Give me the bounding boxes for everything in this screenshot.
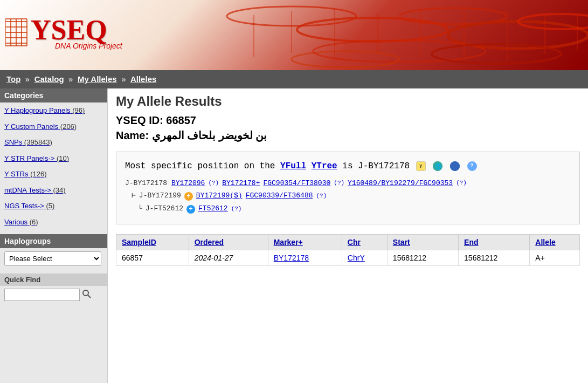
- sidebar-item-y-strs[interactable]: Y STRs (126): [0, 166, 107, 182]
- main-content: My Allele Results YSEQ ID: 66857 Name: ب…: [108, 88, 588, 383]
- sidebar-link-ngs[interactable]: NGS Tests->: [4, 202, 44, 210]
- tree-id-1: J-BY172178: [125, 178, 168, 189]
- sidebar-item-snps[interactable]: SNPs (395843): [0, 134, 107, 151]
- tree-q-ft52612[interactable]: (?): [231, 204, 242, 214]
- cell-allele: A+: [530, 250, 580, 265]
- tree-q-fgc90354[interactable]: (?): [334, 179, 344, 188]
- svg-point-13: [297, 18, 448, 42]
- tree-q-y160489[interactable]: (?): [456, 179, 467, 188]
- search-button[interactable]: [82, 289, 92, 301]
- sidebar-link-mtdna[interactable]: mtDNA Tests->: [4, 186, 51, 194]
- sidebar-item-ngs[interactable]: NGS Tests-> (5): [0, 198, 107, 214]
- results-table: SampleID Ordered Marker+ Chr Start End A…: [116, 234, 580, 266]
- tree-link-y160489[interactable]: Y160489/BY192279/FGC90353: [348, 178, 453, 189]
- svg-point-29: [83, 290, 88, 296]
- tree-branch-3: └: [138, 203, 142, 215]
- col-header-end[interactable]: End: [459, 234, 530, 250]
- quick-find-input[interactable]: [4, 289, 80, 301]
- tree-link-fgc90339[interactable]: FGC90339/FT36488: [246, 190, 313, 202]
- sidebar-link-y-strs[interactable]: Y STRs: [4, 170, 29, 178]
- quick-find-title: Quick Find: [0, 273, 107, 286]
- y-badge-icon: Y: [416, 161, 426, 171]
- sidebar-item-y-custom-panels[interactable]: Y Custom Panels (206): [0, 119, 107, 135]
- breadcrumb-top[interactable]: Top: [6, 74, 20, 84]
- categories-title: Categories: [0, 88, 107, 102]
- quick-find-row: [0, 286, 107, 304]
- chr-link[interactable]: ChrY: [348, 254, 365, 262]
- cell-end: 15681212: [459, 250, 530, 265]
- search-icon: [82, 289, 92, 299]
- breadcrumb-my-alleles[interactable]: My Alleles: [78, 74, 117, 84]
- breadcrumb-sep1: »: [25, 74, 30, 84]
- col-header-ordered[interactable]: Ordered: [189, 234, 268, 250]
- table-header-row: SampleID Ordered Marker+ Chr Start End A…: [116, 234, 580, 250]
- dna-svg: [184, 0, 588, 70]
- col-header-sampleid[interactable]: SampleID: [116, 234, 189, 250]
- main-layout: Categories Y Haplogroup Panels (96) Y Cu…: [0, 88, 588, 383]
- haplogroup-select[interactable]: Please Select: [4, 251, 101, 266]
- sidebar-link-y-str-panels[interactable]: Y STR Panels->: [4, 154, 54, 162]
- site-header: YSEQ DNA Origins Project: [0, 0, 588, 70]
- haplo-is: is J-BY172178: [342, 161, 414, 171]
- table-row: 66857 2024-01-27 BY172178 ChrY 15681212 …: [116, 250, 580, 265]
- yseq-id-line: YSEQ ID: 66857: [116, 114, 580, 127]
- globe-badge-icon: [450, 161, 460, 171]
- tree-link-by172199[interactable]: BY172199($): [196, 190, 243, 202]
- tree-q-fgc90339[interactable]: (?): [316, 191, 327, 201]
- sidebar-link-y-custom-panels[interactable]: Y Custom Panels: [4, 122, 58, 131]
- sidebar-link-y-haplogroup-panels[interactable]: Y Haplogroup Panels: [4, 106, 71, 114]
- svg-line-30: [88, 295, 91, 298]
- col-header-start[interactable]: Start: [387, 234, 458, 250]
- svg-text:🌐: 🌐: [435, 163, 442, 170]
- tree-badge-icon: 🌐: [433, 161, 442, 171]
- haplo-tree: J-BY172178 BY172096(?) BY172178+ FGC9035…: [125, 178, 571, 215]
- name-value: بن لخويضر بلحاف المهري: [152, 129, 267, 141]
- tree-row-1: J-BY172178 BY172096(?) BY172178+ FGC9035…: [125, 178, 571, 189]
- expand-ft52612-button[interactable]: +: [186, 205, 195, 214]
- yseq-id-label: YSEQ ID:: [116, 114, 163, 126]
- table-body: 66857 2024-01-27 BY172178 ChrY 15681212 …: [116, 250, 580, 265]
- col-header-chr[interactable]: Chr: [342, 234, 387, 250]
- tree-link-fgc90354[interactable]: FGC90354/FT38030: [263, 178, 330, 189]
- sidebar-item-y-str-panels[interactable]: Y STR Panels-> (10): [0, 151, 107, 167]
- dna-decoration: [184, 0, 588, 70]
- col-header-marker[interactable]: Marker+: [268, 234, 342, 250]
- breadcrumb: Top » Catalog » My Alleles » Alleles: [0, 70, 588, 88]
- breadcrumb-alleles[interactable]: Alleles: [130, 74, 156, 84]
- sidebar-item-mtdna[interactable]: mtDNA Tests-> (34): [0, 182, 107, 199]
- logo-text: YSEQ: [31, 16, 122, 44]
- marker-link[interactable]: BY172178: [274, 254, 309, 262]
- breadcrumb-sep3: »: [121, 74, 126, 84]
- cell-ordered: 2024-01-27: [189, 250, 268, 265]
- sidebar-link-various[interactable]: Various: [4, 218, 27, 226]
- col-header-allele[interactable]: Allele: [530, 234, 580, 250]
- yseq-id-value: 66857: [166, 114, 196, 126]
- yfull-link[interactable]: YFull: [280, 161, 306, 171]
- haplo-intro-line: Most specific position on the YFull YTre…: [125, 160, 571, 174]
- cell-marker: BY172178: [268, 250, 342, 265]
- logo: YSEQ DNA Origins Project: [5, 16, 122, 54]
- svg-point-33: [450, 161, 460, 171]
- sidebar-item-y-haplogroup-panels[interactable]: Y Haplogroup Panels (96): [0, 102, 107, 119]
- tree-row-2: ⊢ J-BY172199 + BY172199($) FGC90339/FT36…: [132, 190, 571, 202]
- tree-link-by172178plus[interactable]: BY172178+: [222, 178, 260, 189]
- tree-branch-2: ⊢: [132, 190, 136, 202]
- tree-q-by172096[interactable]: (?): [208, 179, 219, 188]
- sidebar-item-various[interactable]: Various (6): [0, 214, 107, 230]
- tree-id-3: J-FT52612: [146, 203, 183, 215]
- tree-row-3: └ J-FT52612 + FT52612(?): [138, 203, 571, 215]
- cell-start: 15681212: [387, 250, 458, 265]
- name-line: Name: بن لخويضر بلحاف المهري: [116, 129, 580, 142]
- haplo-intro-text: Most specific position on the: [125, 161, 280, 171]
- breadcrumb-sep2: »: [68, 74, 73, 84]
- ytree-link[interactable]: YTree: [312, 161, 337, 171]
- sidebar-link-snps[interactable]: SNPs: [4, 138, 22, 146]
- tree-link-by172096[interactable]: BY172096: [171, 178, 205, 189]
- haplogroups-title: Haplogroups: [0, 234, 107, 248]
- cell-sampleid: 66857: [116, 250, 189, 265]
- breadcrumb-catalog[interactable]: Catalog: [34, 74, 64, 84]
- logo-grid-icon: [5, 16, 30, 54]
- name-label: Name:: [116, 129, 149, 141]
- expand-by172199-button[interactable]: +: [184, 192, 193, 201]
- tree-link-ft52612[interactable]: FT52612: [198, 203, 228, 215]
